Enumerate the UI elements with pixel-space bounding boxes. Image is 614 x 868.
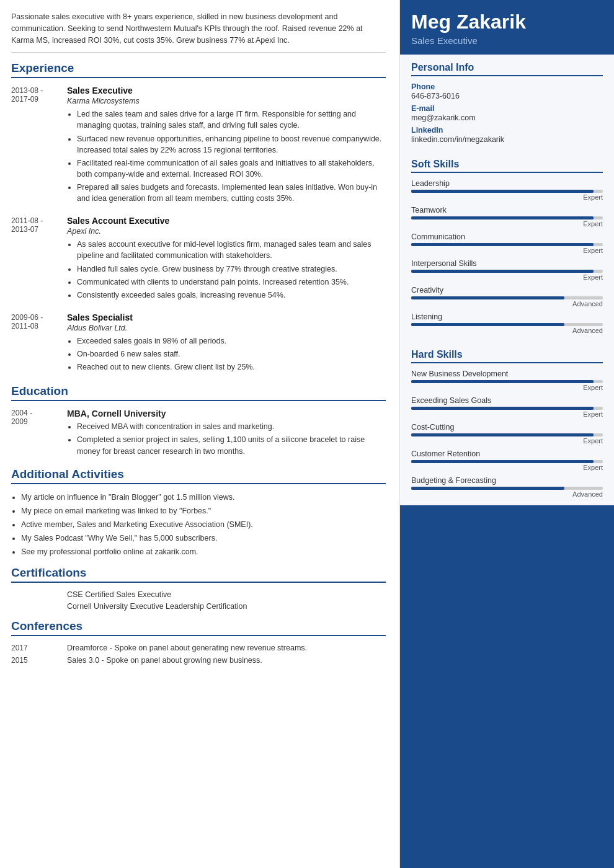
exp-company-2: Apexi Inc. [67, 227, 386, 236]
bullet: Surfaced new revenue opportunities, enha… [77, 133, 386, 156]
resume-page: Passionate sales executive with 8+ years… [0, 0, 614, 868]
bullet: My article on influence in "Brain Blogge… [21, 492, 386, 503]
bullet: Prepared all sales budgets and forecasts… [77, 182, 386, 204]
experience-title: Experience [11, 61, 386, 78]
bullet: Completed a senior project in sales, sel… [77, 434, 386, 456]
skill-budgeting: Budgeting & Forecasting Advanced [411, 476, 603, 498]
education-section: Education 2004 - 2009 MBA, Cornell Unive… [11, 384, 386, 458]
conferences-section: Conferences 2017 Dreamforce - Spoke on p… [11, 619, 386, 665]
phone-label: Phone [411, 82, 603, 91]
exp-company-3: Aldus Bolivar Ltd. [67, 324, 386, 332]
bullet: Communicated with clients to understand … [77, 277, 386, 288]
skill-new-biz: New Business Development Expert [411, 370, 603, 391]
email-value: meg@zakarik.com [411, 113, 603, 122]
certifications-title: Certifications [11, 566, 386, 583]
soft-skills-title: Soft Skills [411, 159, 603, 173]
hard-skills-title: Hard Skills [411, 349, 603, 363]
skill-creativity: Creativity Advanced [411, 286, 603, 308]
skill-communication: Communication Expert [411, 232, 603, 254]
cert-list: CSE Certified Sales Executive Cornell Un… [67, 590, 386, 611]
exp-title-2: Sales Account Executive [67, 216, 386, 226]
exp-bullets-2: As sales account executive for mid-level… [67, 239, 386, 301]
bullet: Facilitated real-time communication of a… [77, 157, 386, 180]
bullet: On-boarded 6 new sales staff. [77, 348, 386, 360]
conf-year-2: 2015 [11, 656, 67, 665]
experience-section: Experience 2013-08 - 2017-09 Sales Execu… [11, 61, 386, 374]
right-column: Meg Zakarik Sales Executive Personal Inf… [400, 0, 614, 868]
certifications-section: Certifications CSE Certified Sales Execu… [11, 566, 386, 611]
edu-dates-1: 2004 - 2009 [11, 409, 67, 458]
skill-listening: Listening Advanced [411, 312, 603, 334]
personal-info-section: Personal Info Phone 646-873-6016 E-mail … [400, 55, 614, 151]
bullet: Received MBA with concentration in sales… [77, 421, 386, 432]
exp-entry-2: 2011-08 - 2013-07 Sales Account Executiv… [11, 216, 386, 303]
conf-desc-2: Sales 3.0 - Spoke on panel about growing… [67, 656, 386, 665]
bullet: Consistently exceeded sales goals, incre… [77, 290, 386, 301]
bullet: Handled full sales cycle. Grew business … [77, 264, 386, 275]
skill-customer-retention: Customer Retention Expert [411, 450, 603, 471]
exp-company-1: Karma Microsystems [67, 97, 386, 105]
bullet: Led the sales team and sales drive for a… [77, 108, 386, 131]
additional-section: Additional Activities My article on infl… [11, 467, 386, 558]
additional-title: Additional Activities [11, 467, 386, 484]
education-title: Education [11, 384, 386, 401]
bullet: Active member, Sales and Marketing Execu… [21, 519, 386, 530]
skill-cost-cutting: Cost-Cutting Expert [411, 423, 603, 445]
cert-item: Cornell University Executive Leadership … [67, 602, 386, 611]
exp-entry-1: 2013-08 - 2017-09 Sales Executive Karma … [11, 86, 386, 206]
exp-bullets-1: Led the sales team and sales drive for a… [67, 108, 386, 204]
bullet: As sales account executive for mid-level… [77, 239, 386, 261]
bullet: See my professional portfolio online at … [21, 546, 386, 557]
bullet: My piece on email marketing was linked t… [21, 505, 386, 516]
skill-teamwork: Teamwork Expert [411, 206, 603, 228]
email-label: E-mail [411, 104, 603, 113]
bullet: Reached out to new clients. Grew client … [77, 361, 386, 373]
candidate-name: Meg Zakarik [411, 11, 603, 33]
exp-dates-1: 2013-08 - 2017-09 [11, 86, 67, 206]
soft-skills-section: Soft Skills Leadership Expert Teamwork E… [400, 151, 614, 342]
skill-leadership: Leadership Expert [411, 179, 603, 201]
skill-interpersonal: Interpersonal Skills Expert [411, 259, 603, 281]
skill-exceeding-sales: Exceeding Sales Goals Expert [411, 396, 603, 418]
conf-year-1: 2017 [11, 644, 67, 652]
edu-bullets-1: Received MBA with concentration in sales… [67, 421, 386, 456]
left-column: Passionate sales executive with 8+ years… [0, 0, 400, 868]
exp-title-3: Sales Specialist [67, 312, 386, 322]
bullet: My Sales Podcast "Why We Sell," has 5,00… [21, 533, 386, 544]
cert-item: CSE Certified Sales Executive [67, 590, 386, 599]
phone-value: 646-873-6016 [411, 92, 603, 100]
summary: Passionate sales executive with 8+ years… [11, 11, 386, 53]
exp-entry-3: 2009-06 - 2011-08 Sales Specialist Aldus… [11, 312, 386, 374]
edu-degree-1: MBA, Cornell University [67, 409, 386, 418]
edu-entry-1: 2004 - 2009 MBA, Cornell University Rece… [11, 409, 386, 458]
linkedin-label: LinkedIn [411, 126, 603, 135]
hard-skills-section: Hard Skills New Business Development Exp… [400, 342, 614, 505]
conferences-title: Conferences [11, 619, 386, 636]
conf-entry-1: 2017 Dreamforce - Spoke on panel about g… [11, 644, 386, 652]
exp-dates-3: 2009-06 - 2011-08 [11, 312, 67, 374]
right-header: Meg Zakarik Sales Executive [400, 0, 614, 55]
personal-info-title: Personal Info [411, 62, 603, 76]
candidate-title: Sales Executive [411, 35, 603, 46]
additional-bullets: My article on influence in "Brain Blogge… [11, 492, 386, 558]
linkedin-value: linkedin.com/in/megzakarik [411, 135, 603, 144]
exp-title-1: Sales Executive [67, 86, 386, 95]
exp-bullets-3: Exceeded sales goals in 98% of all perio… [67, 335, 386, 373]
conf-entry-2: 2015 Sales 3.0 - Spoke on panel about gr… [11, 656, 386, 665]
exp-dates-2: 2011-08 - 2013-07 [11, 216, 67, 303]
bullet: Exceeded sales goals in 98% of all perio… [77, 335, 386, 347]
conf-desc-1: Dreamforce - Spoke on panel about genera… [67, 644, 386, 652]
